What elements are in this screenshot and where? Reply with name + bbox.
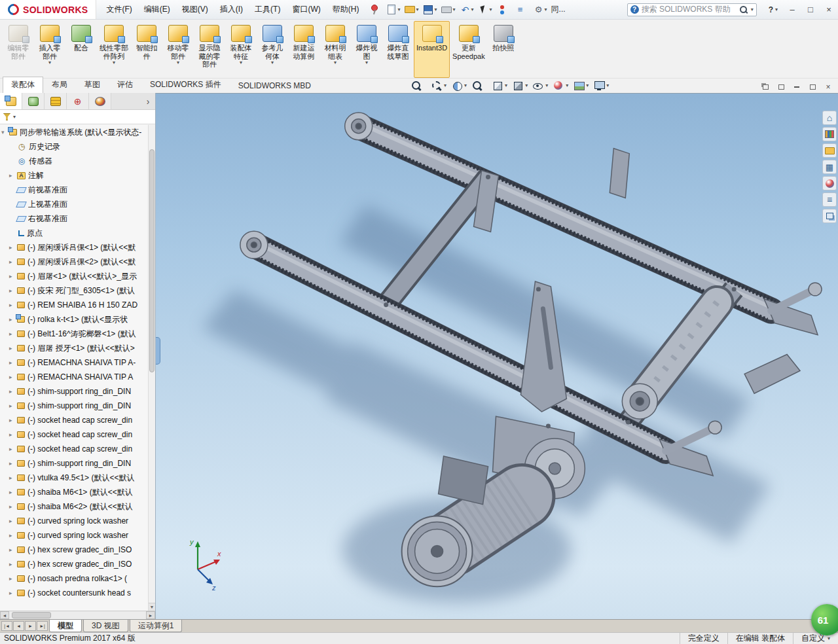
expand-arrow-icon[interactable]: ▸ [9, 172, 16, 179]
command-tab[interactable]: 布局 [43, 77, 76, 93]
panel-tab[interactable] [22, 93, 45, 109]
tree-item[interactable]: ▸ 传感器 [0, 154, 148, 168]
tree-item[interactable]: ▸ (-) socket head cap screw_din [0, 413, 148, 427]
toolbar-button[interactable]: ▾ [439, 4, 456, 16]
view-tool-button[interactable]: ▾ [511, 79, 528, 92]
toolbar-button[interactable]: ▾ [403, 4, 420, 16]
tab-nav-button[interactable]: ◄ [13, 621, 24, 631]
expand-arrow-icon[interactable]: ▸ [9, 331, 16, 337]
ribbon-dropdown-caret-icon[interactable]: ▾ [48, 60, 51, 65]
model-tab[interactable]: 模型 [49, 620, 82, 632]
toolbar-button[interactable]: ▾ [513, 4, 530, 16]
panel-tab[interactable] [67, 93, 89, 109]
tree-item[interactable]: ▸ 注解 [0, 168, 148, 183]
dropdown-caret-icon[interactable]: ▾ [397, 7, 400, 12]
close-button[interactable]: × [820, 0, 838, 19]
menu-item[interactable]: 编辑(E) [138, 1, 176, 18]
expand-arrow-icon[interactable]: ▸ [9, 244, 16, 251]
expand-arrow-icon[interactable]: ▸ [9, 518, 16, 524]
ribbon-button[interactable]: 拍快照 ▾ [488, 21, 519, 78]
maximize-button[interactable]: □ [801, 0, 820, 19]
tree-item[interactable]: ▸ (-) nosach predna rolka<1> ( [0, 571, 148, 586]
tree-item[interactable]: ▸ (-) vtulka 49.5<1> (默认<<默认 [0, 471, 148, 485]
expand-arrow-icon[interactable]: ▸ [9, 374, 16, 380]
expand-arrow-icon[interactable]: ▸ [9, 460, 16, 467]
tree-item[interactable]: ▸ 原点 [0, 226, 148, 240]
ribbon-dropdown-caret-icon[interactable]: ▾ [365, 60, 368, 65]
ribbon-button[interactable]: 爆炸视 图 ▾ [351, 21, 382, 78]
tree-item[interactable]: ▸ (-) shaiba M6<2> (默认<<默认 [0, 499, 148, 514]
command-tab[interactable]: SOLIDWORKS 插件 [141, 77, 230, 93]
tree-item[interactable]: ▸ (-) 眉屠<1> (默认<<默认>_显示 [0, 269, 148, 283]
viewport-3d[interactable]: x y z [156, 93, 838, 619]
ribbon-button[interactable]: 更新 Speedpak ▾ [450, 21, 488, 78]
viewport-single-icon[interactable] [774, 81, 788, 93]
toolbar-button[interactable]: ▾ [477, 4, 494, 16]
ribbon-button[interactable]: 编辑零 部件 ▾ [3, 21, 34, 78]
view-tool-caret-icon[interactable]: ▾ [566, 83, 568, 88]
command-tab[interactable]: 评估 [109, 77, 141, 93]
expand-arrow-icon[interactable]: ▸ [9, 590, 16, 596]
tree-item[interactable]: ▸ (-) REM SHAIBA 16 H 150 ZAD [0, 298, 148, 312]
expand-arrow-icon[interactable]: ▸ [9, 532, 16, 539]
view-tool-caret-icon[interactable]: ▾ [505, 83, 507, 88]
search-dropdown-caret-icon[interactable]: ▾ [751, 7, 754, 12]
tree-item[interactable]: ▸ (-) hex screw gradec_din_ISO [0, 543, 148, 557]
view-tool-caret-icon[interactable]: ▾ [464, 83, 467, 88]
menu-item[interactable]: 视图(V) [176, 1, 214, 18]
expand-arrow-icon[interactable]: ▸ [9, 287, 16, 294]
task-pane-tab-icon[interactable] [822, 111, 837, 125]
ribbon-dropdown-caret-icon[interactable]: ▾ [271, 60, 274, 65]
tree-item[interactable]: ▸ (-) 疫宋 死门型_6305<1> (默认 [0, 283, 148, 298]
ribbon-button[interactable]: 参考几 何体 ▾ [257, 21, 288, 78]
expand-arrow-icon[interactable]: ▸ [9, 446, 16, 452]
tab-nav-button[interactable]: ► [25, 621, 36, 631]
tree-item[interactable]: ▸ 右视基准面 [0, 211, 148, 226]
ribbon-button[interactable]: 显示隐 藏的零 部件 ▾ [194, 21, 225, 78]
view-tool-caret-icon[interactable]: ▾ [444, 83, 446, 88]
view-tool-button[interactable]: ▾ [491, 79, 507, 92]
toolbar-button[interactable]: ▾ [458, 4, 475, 16]
view-tool-caret-icon[interactable]: ▾ [586, 83, 589, 88]
tree-item[interactable]: ▸ (-) socket head cap screw_din [0, 427, 148, 442]
ribbon-button[interactable]: 智能扣 件 ▾ [131, 21, 162, 78]
ribbon-button[interactable]: 爆炸直 线草图 ▾ [382, 21, 414, 78]
ribbon-dropdown-caret-icon[interactable]: ▾ [113, 60, 115, 65]
expand-arrow-icon[interactable]: ▸ [9, 388, 16, 395]
search-icon[interactable] [739, 5, 748, 14]
toolbar-button[interactable]: ▾ [495, 4, 512, 16]
tab-nav-button[interactable]: |◄ [1, 621, 12, 631]
ribbon-dropdown-caret-icon[interactable]: ▾ [334, 60, 337, 65]
tree-item[interactable]: ▸ 前视基准面 [0, 183, 148, 197]
task-pane-tab-icon[interactable] [822, 143, 837, 158]
expand-arrow-icon[interactable]: ▸ [9, 489, 16, 495]
tree-item[interactable]: ▸ (-) curved spring lock washer [0, 528, 148, 543]
tree-item[interactable]: ▸ (-) shim-support ring_din_DIN [0, 456, 148, 471]
ribbon-button[interactable]: 材料明 细表 ▾ [319, 21, 351, 78]
tree-item[interactable]: ▸ (-) curved spring lock washer [0, 514, 148, 528]
tree-item[interactable]: ▸ (-) 屋闲缓诉吕倮<2> (默认<<默 [0, 255, 148, 269]
ribbon-button[interactable]: Instant3D ▾ [414, 21, 450, 78]
expand-arrow-icon[interactable]: ▸ [9, 273, 16, 279]
panel-tab[interactable] [89, 93, 111, 109]
view-tool-button[interactable]: ▾ [572, 79, 589, 92]
view-tool-caret-icon[interactable]: ▾ [545, 83, 548, 88]
menu-item[interactable]: 工具(T) [249, 1, 286, 18]
expand-arrow-icon[interactable]: ▸ [9, 431, 16, 438]
scrollbar-thumb[interactable] [12, 612, 51, 618]
menu-item[interactable]: 文件(F) [100, 1, 137, 18]
expand-arrow-icon[interactable]: ▸ [9, 359, 16, 366]
dropdown-caret-icon[interactable]: ▾ [545, 7, 547, 12]
minimize-button[interactable]: – [783, 0, 801, 19]
ribbon-button[interactable]: 插入零 部件 ▾ [34, 21, 65, 78]
dropdown-caret-icon[interactable]: ▾ [452, 7, 455, 12]
expand-arrow-icon[interactable]: ▸ [9, 345, 16, 351]
pin-icon[interactable] [370, 5, 379, 14]
panel-tab[interactable] [45, 93, 67, 109]
dropdown-caret-icon[interactable]: ▾ [490, 7, 492, 12]
tree-item[interactable]: ▸ (-) socket countersunk head s [0, 586, 148, 600]
ribbon-button[interactable]: 装配体 特征 ▾ [225, 21, 257, 78]
view-tool-button[interactable]: ▾ [471, 79, 487, 92]
dropdown-caret-icon[interactable]: ▾ [434, 7, 437, 12]
scroll-down-icon[interactable]: ▼ [149, 603, 155, 611]
